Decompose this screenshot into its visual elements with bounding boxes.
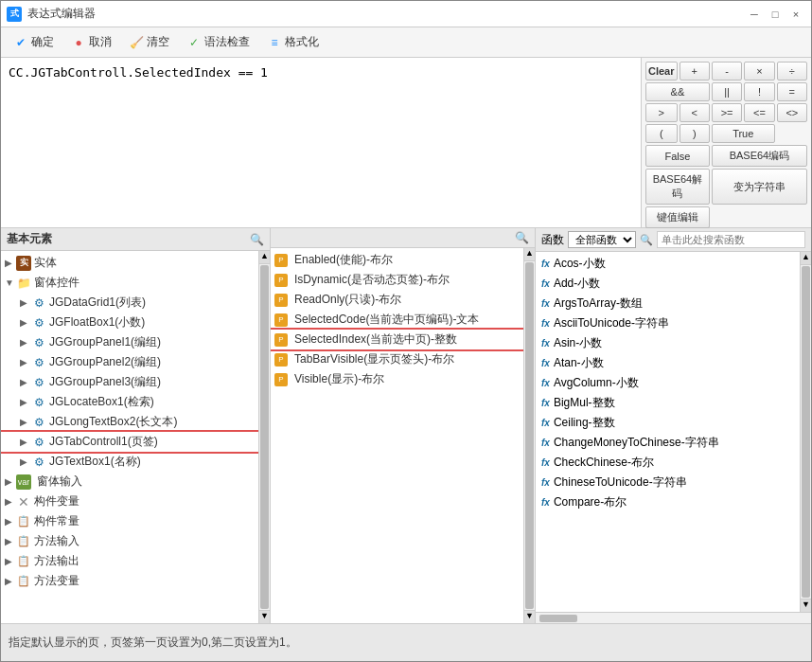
calc-neq[interactable]: <> xyxy=(777,103,807,122)
calc-lt[interactable]: < xyxy=(680,103,710,122)
calc-lparen[interactable]: ( xyxy=(645,124,678,143)
func-add[interactable]: fx Add-小数 xyxy=(536,274,800,294)
calc-to-string[interactable]: 变为字符串 xyxy=(712,169,807,205)
prop-selectedindex[interactable]: P SelectedIndex(当前选中页)-整数 xyxy=(271,330,523,349)
datagrid-icon: ⚙ xyxy=(31,295,46,311)
maximize-button[interactable]: □ xyxy=(766,6,785,23)
tree-item-group2[interactable]: ▶ ⚙ JGGroupPanel2(编组) xyxy=(1,352,258,372)
tree-item-component-var[interactable]: ▶ ✕ 构件变量 xyxy=(1,492,258,511)
basic-elements-scroll-area: ▶ 实 实体 ▼ 📁 窗体控件 ▶ ⚙ JGDa xyxy=(1,251,270,623)
prop-isdynamic[interactable]: P IsDynamic(是否动态页签)-布尔 xyxy=(271,270,523,290)
tree-item-method-input[interactable]: ▶ 📋 方法输入 xyxy=(1,531,258,551)
func-checkchinese[interactable]: fx CheckChinese-布尔 xyxy=(536,453,800,473)
calc-false[interactable]: False xyxy=(645,145,710,167)
functions-hscrollbar[interactable] xyxy=(536,612,811,623)
tree-item-tabcontrol[interactable]: ▶ ⚙ JGTabControll1(页签) xyxy=(1,432,258,452)
status-bar: 指定默认显示的页，页签第一页设置为0,第二页设置为1。 xyxy=(1,623,811,661)
clear-icon: 🧹 xyxy=(129,35,144,50)
func-asciitounicode[interactable]: fx AsciiToUnicode-字符串 xyxy=(536,313,800,333)
syntax-icon: ✓ xyxy=(186,35,202,50)
format-button[interactable]: ≡ 格式化 xyxy=(260,31,326,53)
tree-item-window-controls[interactable]: ▼ 📁 窗体控件 xyxy=(1,273,258,293)
func-scroll-thumb[interactable] xyxy=(802,266,810,598)
confirm-button[interactable]: ✔ 确定 xyxy=(7,31,61,53)
calc-gt[interactable]: > xyxy=(645,103,678,122)
calc-eq[interactable]: = xyxy=(777,82,807,101)
tree-item-floatbox[interactable]: ▶ ⚙ JGFloatBox1(小数) xyxy=(1,313,258,332)
calc-rparen[interactable]: ) xyxy=(680,124,710,143)
scroll-up-btn[interactable]: ▲ xyxy=(259,251,270,264)
prop-scroll-thumb[interactable] xyxy=(525,262,534,609)
func-compare[interactable]: fx Compare-布尔 xyxy=(536,492,800,512)
prop-visible[interactable]: P Visible(显示)-布尔 xyxy=(271,369,523,389)
tree-item-component-const[interactable]: ▶ 📋 构件常量 xyxy=(1,511,258,531)
tree-item-entity[interactable]: ▶ 实 实体 xyxy=(1,253,258,273)
method-output-icon: 📋 xyxy=(16,554,31,569)
func-bigmul[interactable]: fx BigMul-整数 xyxy=(536,393,800,413)
calc-base64-decode[interactable]: BASE64解码 xyxy=(645,169,710,205)
tree-item-group1[interactable]: ▶ ⚙ JGGroupPanel1(编组) xyxy=(1,332,258,352)
func-icon: fx xyxy=(541,298,550,309)
func-hscroll-thumb[interactable] xyxy=(539,615,577,622)
expression-input[interactable]: CC.JGTabControll.SelectedIndex == 1 xyxy=(1,58,641,227)
cancel-button[interactable]: ● 取消 xyxy=(64,31,118,53)
calc-plus[interactable]: + xyxy=(680,62,710,81)
calc-minus[interactable]: - xyxy=(712,62,742,81)
syntax-check-button[interactable]: ✓ 语法检查 xyxy=(180,31,256,53)
func-asin[interactable]: fx Asin-小数 xyxy=(536,333,800,353)
tree-item-textbox[interactable]: ▶ ⚙ JGTextBox1(名称) xyxy=(1,452,258,472)
func-avgcolumn[interactable]: fx AvgColumn-小数 xyxy=(536,373,800,393)
func-search-icon: 🔍 xyxy=(640,234,653,246)
tree-item-method-var[interactable]: ▶ 📋 方法变量 xyxy=(1,571,258,591)
calc-and[interactable]: && xyxy=(645,82,710,101)
calc-clear-button[interactable]: Clear xyxy=(645,62,678,81)
scroll-down-btn[interactable]: ▼ xyxy=(259,610,270,623)
longtextbox-icon: ⚙ xyxy=(31,415,46,430)
func-scroll-up[interactable]: ▲ xyxy=(801,252,811,265)
calc-true[interactable]: True xyxy=(712,124,775,143)
prop-readonly[interactable]: P ReadOnly(只读)-布尔 xyxy=(271,290,523,310)
func-acos[interactable]: fx Acos-小数 xyxy=(536,254,800,274)
calc-key-value[interactable]: 键值编辑 xyxy=(645,206,710,228)
tree-item-locatebox[interactable]: ▶ ⚙ JGLocateBox1(检索) xyxy=(1,392,258,412)
tree-item-longtextbox[interactable]: ▶ ⚙ JGLongTextBox2(长文本) xyxy=(1,412,258,432)
func-atan[interactable]: fx Atan-小数 xyxy=(536,353,800,373)
locatebox-icon: ⚙ xyxy=(31,395,46,410)
tree-item-form-input[interactable]: ▶ var 窗体输入 xyxy=(1,472,258,492)
func-changemoneyto[interactable]: fx ChangeMoneyToChinese-字符串 xyxy=(536,433,800,453)
prop-tabbarvisible[interactable]: P TabBarVisible(显示页签头)-布尔 xyxy=(271,349,523,369)
calc-lte[interactable]: <= xyxy=(744,103,774,122)
close-button[interactable]: × xyxy=(786,6,805,23)
prop-enabled[interactable]: P Enabled(使能)-布尔 xyxy=(271,250,523,270)
tree-item-group3[interactable]: ▶ ⚙ JGGroupPanel3(编组) xyxy=(1,372,258,392)
calc-times[interactable]: × xyxy=(744,62,774,81)
func-icon: fx xyxy=(541,418,550,428)
func-argstoarray[interactable]: fx ArgsToArray-数组 xyxy=(536,294,800,313)
functions-scrollbar[interactable]: ▲ ▼ xyxy=(800,252,811,612)
scroll-thumb[interactable] xyxy=(260,265,269,609)
func-search-input[interactable] xyxy=(657,231,805,248)
func-ceiling[interactable]: fx Ceiling-整数 xyxy=(536,413,800,433)
calc-base64-encode[interactable]: BASE64编码 xyxy=(712,145,807,167)
func-filter-select[interactable]: 全部函数 xyxy=(568,231,636,248)
calc-or[interactable]: || xyxy=(712,82,742,101)
prop-scroll-up[interactable]: ▲ xyxy=(524,248,535,261)
comp-var-arrow: ▶ xyxy=(5,496,16,507)
func-scroll-down[interactable]: ▼ xyxy=(801,599,811,612)
basic-elements-scrollbar[interactable]: ▲ ▼ xyxy=(258,251,270,623)
prop-selectedcode[interactable]: P SelectedCode(当前选中页编码)-文本 xyxy=(271,310,523,330)
properties-scrollbar[interactable]: ▲ ▼ xyxy=(523,248,535,623)
prop-scroll-down[interactable]: ▼ xyxy=(524,610,535,623)
calc-gte[interactable]: >= xyxy=(712,103,742,122)
method-input-arrow: ▶ xyxy=(5,536,16,546)
calc-not[interactable]: ! xyxy=(744,82,774,101)
tree-item-method-output[interactable]: ▶ 📋 方法输出 xyxy=(1,551,258,571)
tree-item-datagrid[interactable]: ▶ ⚙ JGDataGrid1(列表) xyxy=(1,293,258,313)
calc-divide[interactable]: ÷ xyxy=(777,62,807,81)
func-chinesetounicode[interactable]: fx ChineseToUnicode-字符串 xyxy=(536,473,800,492)
basic-search-icon: 🔍 xyxy=(250,233,264,246)
clear-button[interactable]: 🧹 清空 xyxy=(122,31,176,53)
tabcontrol-icon: ⚙ xyxy=(31,435,46,450)
minimize-button[interactable]: ─ xyxy=(745,6,764,23)
title-bar: 式 表达式编辑器 ─ □ × xyxy=(1,1,811,27)
